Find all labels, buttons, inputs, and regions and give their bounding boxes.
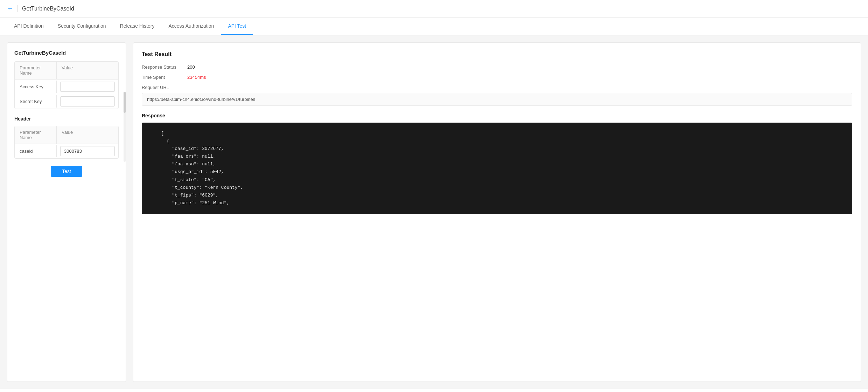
response-code-block: [ { "case_id": 3072677, "faa_ors": null,…: [142, 123, 852, 214]
left-panel: GetTurbineByCaseId Parameter Name Value …: [7, 42, 126, 382]
secret-key-label: Secret Key: [15, 95, 57, 108]
response-status-row: Response Status 200: [142, 64, 852, 70]
right-panel: Test Result Response Status 200 Time Spe…: [133, 42, 861, 382]
top-bar: ← GetTurbineByCaseId: [0, 0, 868, 18]
header-section-label: Header: [14, 116, 119, 122]
back-button[interactable]: ←: [7, 5, 13, 12]
response-status-value: 200: [187, 64, 195, 70]
page-title: GetTurbineByCaseId: [22, 6, 74, 12]
secret-key-value: [57, 94, 118, 109]
header-params-table: Parameter Name Value caseid: [14, 126, 119, 159]
auth-params-col1: Parameter Name: [15, 62, 57, 79]
caseid-input[interactable]: [60, 146, 115, 156]
left-scrollbar-thumb[interactable]: [124, 92, 126, 113]
vertical-divider: [18, 5, 18, 12]
left-scrollbar-track[interactable]: [124, 92, 126, 162]
header-params-col2: Value: [57, 126, 118, 144]
header-params-col1: Parameter Name: [15, 126, 57, 144]
caseid-value-cell: [57, 144, 118, 158]
caseid-label: caseid: [15, 145, 57, 157]
caseid-row: caseid: [15, 144, 118, 158]
request-url-label: Request URL: [142, 85, 852, 90]
response-status-label: Response Status: [142, 64, 187, 70]
tab-security-configuration[interactable]: Security Configuration: [51, 18, 113, 35]
auth-params-col2: Value: [57, 62, 118, 79]
request-url-value: https://beta-apim-cn4.eniot.io/wind-turb…: [142, 93, 852, 106]
access-key-row: Access Key: [15, 80, 118, 94]
time-spent-row: Time Spent 23454ms: [142, 75, 852, 80]
tab-release-history[interactable]: Release History: [113, 18, 162, 35]
request-url-section: Request URL https://beta-apim-cn4.eniot.…: [142, 85, 852, 106]
auth-params-table: Parameter Name Value Access Key Secret K…: [14, 61, 119, 109]
result-title: Test Result: [142, 51, 852, 57]
left-panel-title: GetTurbineByCaseId: [14, 50, 119, 56]
secret-key-row: Secret Key: [15, 94, 118, 109]
access-key-label: Access Key: [15, 81, 57, 93]
header-params-header: Parameter Name Value: [15, 126, 118, 144]
auth-params-header: Parameter Name Value: [15, 62, 118, 80]
main-content: GetTurbineByCaseId Parameter Name Value …: [0, 35, 868, 389]
tabs-bar: API Definition Security Configuration Re…: [0, 18, 868, 35]
secret-key-input[interactable]: [60, 96, 115, 106]
access-key-input[interactable]: [60, 82, 115, 92]
time-spent-label: Time Spent: [142, 75, 187, 80]
test-btn-row: Test: [14, 166, 119, 177]
tab-access-authorization[interactable]: Access Authorization: [161, 18, 221, 35]
time-spent-value: 23454ms: [187, 75, 206, 80]
tab-api-test[interactable]: API Test: [221, 18, 253, 35]
response-label: Response: [142, 113, 852, 118]
test-button[interactable]: Test: [51, 166, 82, 177]
access-key-value: [57, 80, 118, 94]
tab-api-definition[interactable]: API Definition: [7, 18, 51, 35]
